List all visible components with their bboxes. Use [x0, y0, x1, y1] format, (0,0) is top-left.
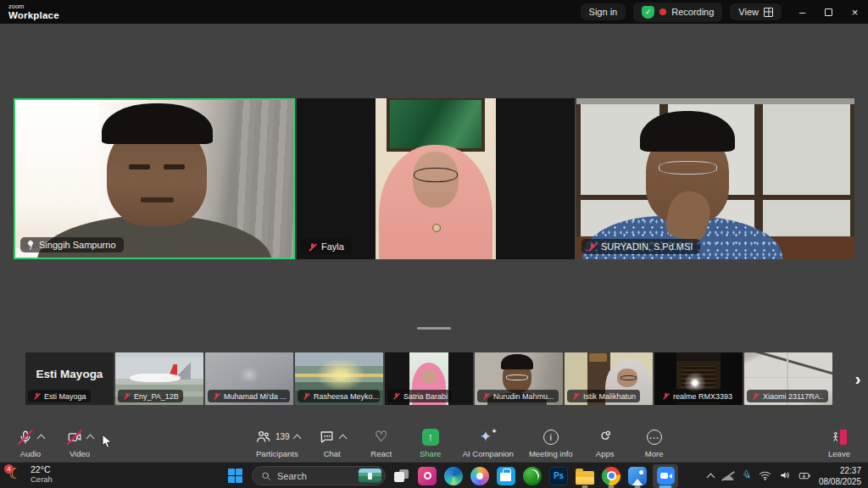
mic-in-use-icon[interactable]: [742, 469, 751, 484]
muted-mic-icon: [303, 392, 310, 400]
muted-mic-icon: [482, 392, 490, 400]
filmstrip-tile-nurudin[interactable]: Nurudin Mahmu...: [475, 352, 563, 405]
leave-button[interactable]: Leave: [822, 428, 856, 458]
weather-widget[interactable]: ☾ 4 22°C Cerah: [8, 464, 53, 485]
filmstrip-tile-xiaomi[interactable]: Xiaomi 23117RA..: [744, 352, 832, 405]
running-indicator: [635, 485, 641, 488]
video-tile-singgih[interactable]: Singgih Sampurno: [14, 98, 295, 259]
xbox-icon: [523, 467, 542, 485]
wifi-icon[interactable]: [759, 469, 771, 484]
taskbar-clock[interactable]: 22:37 08/08/2025: [819, 465, 861, 487]
recording-label: Recording: [671, 7, 714, 17]
share-button[interactable]: ↑ Share: [414, 428, 448, 458]
taskbar-search-box[interactable]: Search: [252, 466, 386, 485]
pinned-app-copilot[interactable]: [469, 464, 491, 488]
video-tile-fayla[interactable]: Fayla: [297, 98, 575, 259]
chat-options-chevron[interactable]: [338, 434, 347, 442]
search-highlight-thumbnail: [359, 469, 381, 483]
filmstrip-tile-satria[interactable]: Satria Barabi: [385, 352, 473, 405]
filmstrip-tile-istik[interactable]: Istik Malikhatun: [565, 352, 653, 405]
react-label: React: [370, 449, 392, 458]
volume-icon[interactable]: [779, 469, 791, 484]
chat-button[interactable]: Chat: [315, 428, 349, 458]
filmstrip-tile-rasheesa[interactable]: Rasheesa Meyko...: [295, 352, 383, 405]
participant-name-tag: realme RMX3393: [657, 390, 737, 402]
gallery-view-icon: [764, 8, 773, 17]
more-button[interactable]: … More: [637, 428, 671, 458]
apps-label: Apps: [596, 449, 615, 458]
audio-options-chevron[interactable]: [37, 434, 46, 442]
pinned-app-edge[interactable]: [442, 464, 465, 488]
logo-zoom-text: zoom: [8, 3, 59, 10]
muted-mic-icon: [213, 392, 220, 400]
filmstrip-tile-muhamad[interactable]: Muhamad Mi'da ...: [205, 352, 293, 405]
wall-painting: [387, 98, 485, 152]
running-app-file-explorer[interactable]: [574, 464, 596, 488]
meeting-info-button[interactable]: i Meeting info: [529, 428, 573, 458]
participant-name: SURYADIN, S.Pd.MSI: [601, 241, 693, 252]
clock-time: 22:37: [819, 465, 861, 476]
filmstrip-drag-handle[interactable]: [417, 327, 451, 330]
title-bar: zoom Workplace Sign in ✓ Recording View …: [0, 0, 868, 24]
participant-name: Istik Malikhatun: [583, 392, 636, 401]
meeting-toolbar: Audio Video 139: [0, 422, 868, 462]
windows-logo-icon: [228, 469, 242, 483]
audio-button[interactable]: Audio: [14, 428, 47, 458]
participant-name-tag: Xiaomi 23117RA..: [747, 390, 828, 402]
muted-mic-icon: [392, 392, 400, 400]
battery-icon[interactable]: [798, 469, 811, 484]
toolbar-center-group: 139 Participants Chat ♡ React ↑: [254, 428, 671, 458]
window-close-button[interactable]: ×: [842, 0, 868, 24]
more-ellipsis-icon: …: [647, 430, 662, 445]
muted-camera-icon: [66, 429, 83, 446]
pinned-app-clipchamp[interactable]: [416, 464, 438, 488]
weather-condition: Cerah: [31, 475, 53, 485]
filmstrip-tile-esti[interactable]: Esti Mayoga Esti Mayoga: [25, 352, 114, 405]
apps-button[interactable]: Apps: [588, 428, 622, 458]
pinned-app-store[interactable]: [495, 464, 517, 488]
video-button[interactable]: Video: [63, 428, 97, 458]
filmstrip-next-page-button[interactable]: ›: [849, 364, 866, 393]
person-face: [421, 369, 437, 384]
hidden-icons-chevron[interactable]: [706, 473, 715, 481]
participant-name: Nurudin Mahmu...: [493, 392, 554, 401]
leave-door-icon: [831, 429, 848, 446]
video-tile-suryadin[interactable]: SURYADIN, S.Pd.MSI: [576, 98, 854, 259]
running-indicator: [609, 485, 615, 488]
apps-icon: [597, 429, 614, 446]
video-options-chevron[interactable]: [86, 434, 95, 442]
recording-dot-icon: [659, 8, 666, 15]
react-button[interactable]: ♡ React: [364, 428, 398, 458]
active-app-zoom[interactable]: [653, 464, 678, 488]
task-view-button[interactable]: [390, 464, 412, 488]
filmstrip-tile-eny[interactable]: Eny_PA_12B: [115, 352, 203, 405]
more-label: More: [645, 449, 664, 458]
running-app-photos[interactable]: [626, 464, 648, 488]
start-button[interactable]: [225, 464, 248, 488]
ai-sparkle-icon: ✦ ✦: [479, 429, 498, 446]
view-menu-button[interactable]: View: [730, 3, 782, 20]
window-minimize-button[interactable]: –: [789, 0, 815, 24]
video-feed: [576, 98, 854, 259]
filmstrip-tile-realme[interactable]: realme RMX3393: [654, 352, 743, 405]
running-app-chrome[interactable]: [600, 464, 622, 488]
participant-name-tag: Fayla: [302, 239, 352, 254]
photos-icon: [628, 467, 647, 485]
muted-mic-icon: [123, 392, 131, 400]
system-tray: ☁ 22:37 08/08/2025: [708, 463, 861, 488]
muted-mic-icon: [587, 242, 597, 252]
recording-indicator[interactable]: ✓ Recording: [633, 3, 722, 22]
pinned-app-photoshop[interactable]: Ps: [548, 464, 570, 488]
participant-name: realme RMX3393: [673, 392, 732, 401]
participants-button[interactable]: 139 Participants: [254, 428, 300, 458]
sign-in-button[interactable]: Sign in: [581, 3, 626, 20]
ai-companion-button[interactable]: ✦ ✦ AI Companion: [463, 428, 514, 458]
glasses: [414, 168, 457, 182]
participants-options-chevron[interactable]: [292, 434, 301, 442]
window-maximize-button[interactable]: [815, 0, 842, 24]
pinned-app-xbox[interactable]: [521, 464, 543, 488]
taskbar-center: Search Ps: [225, 463, 678, 488]
onedrive-paused-icon[interactable]: ☁: [721, 469, 734, 482]
muted-mic-icon: [308, 242, 317, 252]
moon-weather-icon: ☾ 4: [8, 465, 24, 484]
